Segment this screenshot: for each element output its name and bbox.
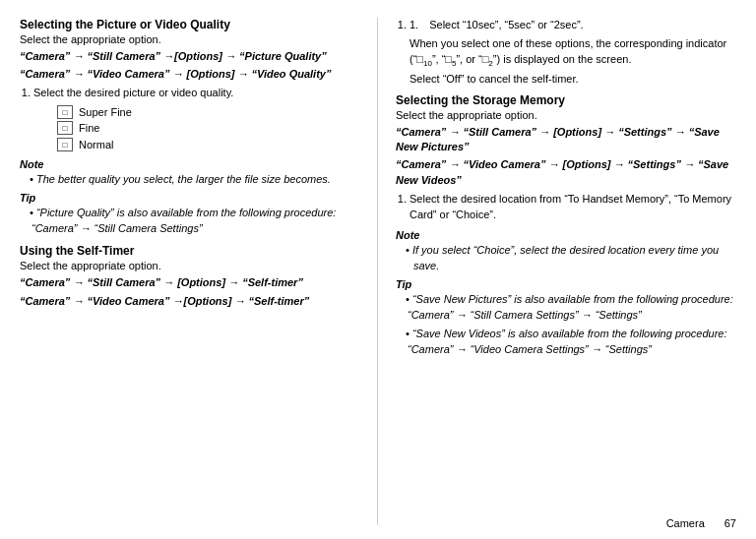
tip1-path-storage-memory: “Camera” → “Still Camera Settings” → “Se… bbox=[408, 308, 736, 323]
step1-picture-quality: Select the desired picture or video qual… bbox=[33, 86, 359, 152]
right-column: 1. Select “10sec”, “5sec” or “2sec”. Whe… bbox=[378, 18, 736, 525]
tip2-path-storage-memory: “Camera” → “Video Camera Settings” → “Se… bbox=[408, 342, 736, 357]
subtitle-self-timer: Select the appropriate option. bbox=[20, 260, 359, 271]
super-fine-icon: □ bbox=[57, 105, 73, 119]
self-timer-steps: 1. Select “10sec”, “5sec” or “2sec”. Whe… bbox=[396, 18, 736, 88]
note-title-storage-memory: Note bbox=[396, 229, 736, 241]
path2-picture-quality: “Camera” → “Video Camera” → [Options] → … bbox=[20, 67, 359, 82]
steps-storage-memory: Select the desired location from “To Han… bbox=[410, 192, 736, 223]
tip2-text-storage-memory: • “Save New Videos” is also available fr… bbox=[406, 327, 736, 342]
step1-storage-memory: Select the desired location from “To Han… bbox=[410, 192, 736, 223]
step1-detail: When you select one of these options, th… bbox=[410, 36, 736, 70]
path1-picture-quality: “Camera” → “Still Camera” →[Options] → “… bbox=[20, 49, 359, 64]
steps-self-timer: 1. Select “10sec”, “5sec” or “2sec”. Whe… bbox=[410, 18, 736, 88]
path1-self-timer: “Camera” → “Still Camera” → [Options] → … bbox=[20, 275, 359, 290]
section-storage-memory: Selecting the Storage Memory Select the … bbox=[396, 93, 736, 358]
tip1-text-storage-memory: • “Save New Pictures” is also available … bbox=[406, 292, 736, 308]
icon-fine: □ Fine bbox=[57, 120, 359, 137]
fine-icon: □ bbox=[57, 121, 73, 135]
section-title-storage-memory: Selecting the Storage Memory bbox=[396, 93, 736, 107]
section-title-self-timer: Using the Self-Timer bbox=[20, 244, 359, 258]
section-picture-quality: Selecting the Picture or Video Quality S… bbox=[20, 18, 359, 236]
icon-super-fine: □ Super Fine bbox=[57, 104, 359, 121]
normal-icon: □ bbox=[57, 138, 73, 151]
subtitle-picture-quality: Select the appropriate option. bbox=[20, 33, 359, 45]
section-self-timer: Using the Self-Timer Select the appropri… bbox=[20, 244, 359, 309]
footer-page: 67 bbox=[724, 517, 736, 529]
quality-icons: □ Super Fine □ Fine □ Normal bbox=[57, 104, 359, 153]
icon-normal: □ Normal bbox=[57, 137, 359, 153]
tip-path-picture-quality: “Camera” → “Still Camera Settings” bbox=[32, 221, 359, 236]
note-text-storage-memory: • If you select “Choice”, select the des… bbox=[406, 243, 736, 274]
tip-title-storage-memory: Tip bbox=[396, 278, 736, 290]
step1-self-timer: 1. Select “10sec”, “5sec” or “2sec”. Whe… bbox=[410, 18, 736, 88]
section-title-picture-quality: Selecting the Picture or Video Quality bbox=[20, 18, 359, 31]
footer: Camera 67 bbox=[666, 517, 736, 529]
path2-storage-memory: “Camera” → “Video Camera” → [Options] → … bbox=[396, 157, 736, 188]
path2-self-timer: “Camera” → “Video Camera” →[Options] → “… bbox=[20, 294, 359, 309]
step1-cancel: Select “Off” to cancel the self-timer. bbox=[410, 72, 736, 88]
steps-picture-quality: Select the desired picture or video qual… bbox=[33, 86, 359, 152]
note-text-picture-quality: • The better quality you select, the lar… bbox=[30, 172, 359, 188]
tip-text-picture-quality: • “Picture Quality” is also available fr… bbox=[30, 206, 359, 221]
footer-label: Camera bbox=[666, 517, 705, 529]
left-column: Selecting the Picture or Video Quality S… bbox=[20, 18, 378, 525]
path1-storage-memory: “Camera” → “Still Camera” → [Options] → … bbox=[396, 125, 736, 155]
subtitle-storage-memory: Select the appropriate option. bbox=[396, 109, 736, 121]
note-title-picture-quality: Note bbox=[20, 158, 359, 170]
tip-title-picture-quality: Tip bbox=[20, 192, 359, 204]
